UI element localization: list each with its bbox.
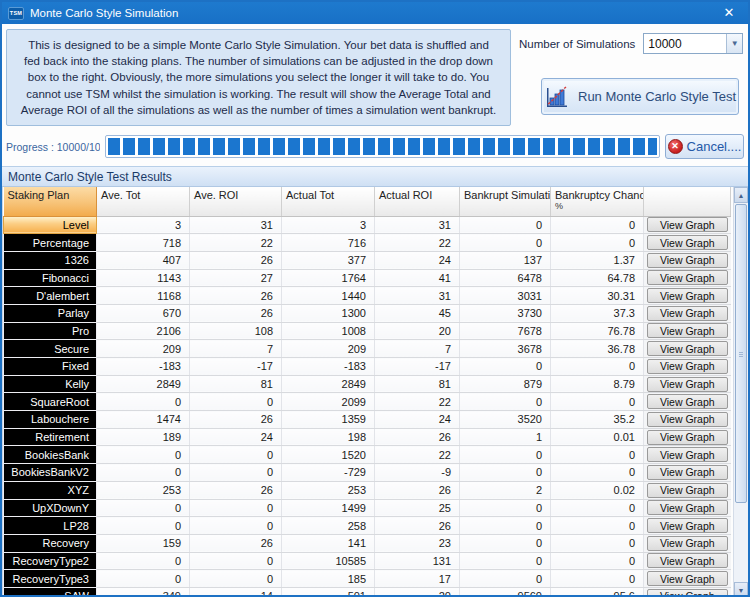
- progress-label: Progress : 10000/100..: [6, 141, 100, 153]
- staking-plan-cell[interactable]: Labouchere: [4, 411, 97, 429]
- column-header[interactable]: Actual Tot: [282, 187, 375, 216]
- app-window: TSM Monte Carlo Style Simulation ✕ This …: [0, 0, 750, 597]
- staking-plan-cell[interactable]: XYZ: [4, 481, 97, 499]
- cancel-button[interactable]: ✕ Cancel....: [665, 134, 744, 159]
- close-button[interactable]: ✕: [716, 2, 742, 24]
- staking-plan-cell[interactable]: Percentage: [4, 234, 97, 252]
- chevron-down-icon[interactable]: ▼: [726, 34, 742, 53]
- value-cell: 1359: [282, 411, 375, 429]
- view-graph-button[interactable]: View Graph: [647, 217, 728, 232]
- view-graph-button[interactable]: View Graph: [647, 323, 728, 338]
- graph-button-cell: View Graph: [644, 587, 731, 597]
- staking-plan-cell[interactable]: Fixed: [4, 358, 97, 376]
- view-graph-button[interactable]: View Graph: [647, 394, 728, 409]
- column-header[interactable]: Bankrupt Simulations: [460, 187, 551, 216]
- scrollbar-thumb[interactable]: [735, 204, 747, 503]
- value-cell: 2849: [282, 375, 375, 393]
- vertical-scrollbar[interactable]: ▲ ▼: [733, 187, 748, 597]
- staking-plan-cell[interactable]: RecoveryType2: [4, 552, 97, 570]
- simulations-combobox[interactable]: 10000 ▼: [643, 33, 743, 54]
- run-test-button[interactable]: Run Monte Carlo Style Test: [541, 78, 739, 115]
- view-graph-button[interactable]: View Graph: [647, 553, 728, 568]
- value-cell: 8.79: [551, 375, 644, 393]
- staking-plan-cell[interactable]: Recovery: [4, 534, 97, 552]
- value-cell: 3: [97, 216, 190, 234]
- staking-plan-cell[interactable]: 1326: [4, 251, 97, 269]
- view-graph-button[interactable]: View Graph: [647, 430, 728, 445]
- simulations-label: Number of Simulations: [519, 38, 635, 50]
- scroll-down-icon[interactable]: ▼: [734, 582, 748, 597]
- scroll-up-icon[interactable]: ▲: [734, 187, 748, 203]
- staking-plan-cell[interactable]: BookiesBank: [4, 446, 97, 464]
- value-cell: 198: [282, 428, 375, 446]
- view-graph-button[interactable]: View Graph: [647, 589, 728, 597]
- view-graph-button[interactable]: View Graph: [647, 536, 728, 551]
- column-header[interactable]: Ave. Tot: [97, 187, 190, 216]
- table-row: SAW-349-14-501-20956095.6View Graph: [4, 587, 731, 597]
- staking-plan-cell[interactable]: Retirement: [4, 428, 97, 446]
- window-title: Monte Carlo Style Simulation: [30, 7, 710, 19]
- graph-button-cell: View Graph: [644, 216, 731, 234]
- view-graph-button[interactable]: View Graph: [647, 571, 728, 586]
- table-row: 132640726377241371.37View Graph: [4, 251, 731, 269]
- graph-button-cell: View Graph: [644, 517, 731, 535]
- view-graph-button[interactable]: View Graph: [647, 253, 728, 268]
- value-cell: 0: [97, 446, 190, 464]
- table-row: Kelly2849812849818798.79View Graph: [4, 375, 731, 393]
- view-graph-button[interactable]: View Graph: [647, 518, 728, 533]
- staking-plan-cell[interactable]: UpXDownY: [4, 499, 97, 517]
- value-cell: 1: [460, 428, 551, 446]
- staking-plan-cell[interactable]: Secure: [4, 340, 97, 358]
- table-row: Parlay67026130045373037.3View Graph: [4, 304, 731, 322]
- view-graph-button[interactable]: View Graph: [647, 483, 728, 498]
- table-row: Level33133100View Graph: [4, 216, 731, 234]
- value-cell: 26: [190, 481, 282, 499]
- value-cell: 7678: [460, 322, 551, 340]
- staking-plan-cell[interactable]: BookiesBankV2: [4, 464, 97, 482]
- value-cell: 1499: [282, 499, 375, 517]
- view-graph-button[interactable]: View Graph: [647, 465, 728, 480]
- simulation-controls: Number of Simulations 10000 ▼ Run Monte …: [519, 29, 744, 126]
- staking-plan-cell[interactable]: RecoveryType3: [4, 570, 97, 588]
- value-cell: 0: [460, 534, 551, 552]
- value-cell: 81: [190, 375, 282, 393]
- staking-plan-cell[interactable]: D'alembert: [4, 287, 97, 305]
- staking-plan-cell[interactable]: LP28: [4, 517, 97, 535]
- view-graph-button[interactable]: View Graph: [647, 341, 728, 356]
- staking-plan-cell[interactable]: Level: [4, 216, 97, 234]
- column-header[interactable]: Staking Plan: [4, 187, 97, 216]
- staking-plan-cell[interactable]: Fibonacci: [4, 269, 97, 287]
- value-cell: 159: [97, 534, 190, 552]
- view-graph-button[interactable]: View Graph: [647, 377, 728, 392]
- value-cell: 137: [460, 251, 551, 269]
- top-section: This is designed to be a simple Monte Ca…: [2, 24, 748, 126]
- column-header[interactable]: Actual ROI: [375, 187, 460, 216]
- view-graph-button[interactable]: View Graph: [647, 306, 728, 321]
- table-row: Percentage718227162200View Graph: [4, 234, 731, 252]
- graph-button-cell: View Graph: [644, 428, 731, 446]
- staking-plan-cell[interactable]: Kelly: [4, 375, 97, 393]
- view-graph-button[interactable]: View Graph: [647, 500, 728, 515]
- value-cell: 0: [551, 534, 644, 552]
- run-test-label: Run Monte Carlo Style Test: [578, 89, 736, 104]
- staking-plan-cell[interactable]: SAW: [4, 587, 97, 597]
- value-cell: 0: [460, 234, 551, 252]
- view-graph-button[interactable]: View Graph: [647, 288, 728, 303]
- value-cell: 76.78: [551, 322, 644, 340]
- staking-plan-cell[interactable]: SquareRoot: [4, 393, 97, 411]
- value-cell: 2099: [282, 393, 375, 411]
- staking-plan-cell[interactable]: Pro: [4, 322, 97, 340]
- view-graph-button[interactable]: View Graph: [647, 235, 728, 250]
- table-row: Retirement189241982610.01View Graph: [4, 428, 731, 446]
- table-row: Secure20972097367836.78View Graph: [4, 340, 731, 358]
- value-cell: 7: [375, 340, 460, 358]
- staking-plan-cell[interactable]: Parlay: [4, 304, 97, 322]
- view-graph-button[interactable]: View Graph: [647, 359, 728, 374]
- column-header[interactable]: Ave. ROI: [190, 187, 282, 216]
- view-graph-button[interactable]: View Graph: [647, 412, 728, 427]
- column-header[interactable]: [644, 187, 731, 216]
- view-graph-button[interactable]: View Graph: [647, 270, 728, 285]
- view-graph-button[interactable]: View Graph: [647, 447, 728, 462]
- value-cell: -20: [375, 587, 460, 597]
- column-header[interactable]: Bankruptcy Chance%: [551, 187, 644, 216]
